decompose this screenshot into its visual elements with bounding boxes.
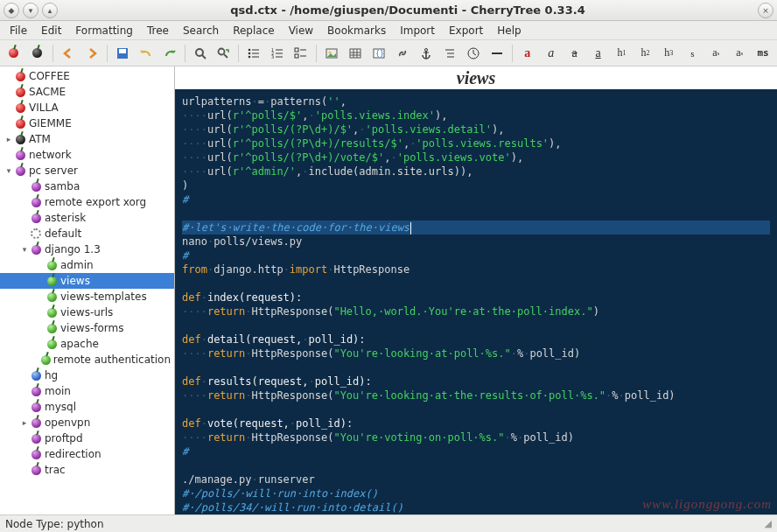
font-color-icon[interactable]: a bbox=[517, 43, 538, 64]
tree-item-remote-authentication[interactable]: remote authentication bbox=[0, 352, 174, 368]
monospace-icon[interactable]: ms bbox=[752, 43, 774, 64]
superscript-icon[interactable]: as bbox=[705, 43, 726, 64]
menu-view[interactable]: View bbox=[283, 23, 319, 38]
tree-label: remote authentication bbox=[53, 354, 171, 366]
search-icon[interactable] bbox=[190, 43, 211, 64]
h2-icon[interactable]: h2 bbox=[634, 43, 655, 64]
undo-icon[interactable] bbox=[136, 43, 157, 64]
tree-item-giemme[interactable]: GIEMME bbox=[0, 116, 174, 131]
tree-label: default bbox=[45, 228, 81, 240]
insert-table-icon[interactable] bbox=[345, 43, 366, 64]
svg-point-2 bbox=[196, 49, 203, 56]
tree-item-views-urls[interactable]: views-urls bbox=[0, 304, 174, 320]
code-editor[interactable]: urlpatterns·=·patterns('', ····url(r'^po… bbox=[175, 89, 777, 514]
maximize-button[interactable]: ▴ bbox=[42, 3, 58, 18]
anchor-icon[interactable] bbox=[416, 43, 437, 64]
tree-item-villa[interactable]: VILLA bbox=[0, 100, 174, 116]
underline-icon[interactable]: a bbox=[588, 43, 609, 64]
tree-label: views bbox=[60, 275, 90, 287]
tree-item-django-1.3[interactable]: ▾django 1.3 bbox=[0, 242, 174, 257]
cherry-purple-icon bbox=[30, 464, 42, 476]
tree-panel[interactable]: COFFEESACMEVILLAGIEMME▸ATMnetwork▾pc ser… bbox=[0, 66, 175, 514]
tree-item-moin[interactable]: moin bbox=[0, 383, 174, 399]
redo-icon[interactable] bbox=[159, 43, 180, 64]
toc-icon[interactable] bbox=[439, 43, 460, 64]
menu-formatting[interactable]: Formatting bbox=[69, 23, 139, 38]
tree-item-redirection[interactable]: redirection bbox=[0, 446, 174, 462]
replace-icon[interactable] bbox=[214, 43, 234, 64]
expander-icon[interactable]: ▸ bbox=[4, 135, 14, 144]
expander-icon[interactable]: ▸ bbox=[19, 418, 30, 427]
tree-item-network[interactable]: network bbox=[0, 147, 174, 163]
window-menu-icon[interactable]: ◆ bbox=[4, 3, 19, 18]
menu-bookmarks[interactable]: Bookmarks bbox=[321, 23, 392, 38]
menu-import[interactable]: Import bbox=[394, 23, 441, 38]
strikethrough-icon[interactable]: a bbox=[564, 43, 585, 64]
h1-icon[interactable]: h1 bbox=[612, 43, 633, 64]
tree-item-apache[interactable]: apache bbox=[0, 336, 174, 352]
tree-item-views-templates[interactable]: views-templates bbox=[0, 289, 174, 304]
timestamp-icon[interactable] bbox=[463, 43, 484, 64]
tree-item-default[interactable]: default bbox=[0, 226, 174, 242]
save-icon[interactable] bbox=[112, 43, 133, 64]
menu-search[interactable]: Search bbox=[177, 23, 225, 38]
list-numbered-icon[interactable]: 123 bbox=[267, 43, 288, 64]
link-icon[interactable] bbox=[392, 43, 413, 64]
tree-label: hg bbox=[45, 369, 58, 382]
cherry-purple-icon bbox=[30, 180, 42, 192]
expander-icon[interactable]: ▾ bbox=[4, 166, 14, 175]
tree-item-views-forms[interactable]: views-forms bbox=[0, 320, 174, 336]
tree-item-pc-server[interactable]: ▾pc server bbox=[0, 163, 174, 178]
menu-replace[interactable]: Replace bbox=[227, 23, 280, 38]
tree-item-mysql[interactable]: mysql bbox=[0, 399, 174, 415]
minimize-button[interactable]: ▾ bbox=[23, 3, 38, 18]
menubar: FileEditFormattingTreeSearchReplaceViewB… bbox=[0, 21, 777, 40]
tree-item-admin[interactable]: admin bbox=[0, 257, 174, 273]
tree-item-asterisk[interactable]: asterisk bbox=[0, 210, 174, 226]
menu-export[interactable]: Export bbox=[443, 23, 489, 38]
menu-tree[interactable]: Tree bbox=[141, 23, 175, 38]
italic-icon[interactable]: a bbox=[541, 43, 562, 64]
insert-codebox-icon[interactable]: {} bbox=[368, 43, 389, 64]
tree-item-atm[interactable]: ▸ATM bbox=[0, 131, 174, 147]
tree-label: ATM bbox=[29, 133, 51, 145]
tree-item-views[interactable]: views bbox=[0, 273, 174, 289]
tree-item-samba[interactable]: samba bbox=[0, 178, 174, 194]
cherry-purple-icon bbox=[30, 432, 42, 444]
svg-rect-23 bbox=[350, 49, 360, 58]
tree-label: COFFEE bbox=[29, 70, 70, 82]
tree-item-trac[interactable]: trac bbox=[0, 462, 174, 478]
insert-image-icon[interactable] bbox=[321, 43, 342, 64]
nav-forward-icon[interactable] bbox=[81, 43, 102, 64]
menu-help[interactable]: Help bbox=[491, 23, 527, 38]
tree-item-hg[interactable]: hg bbox=[0, 368, 174, 383]
menu-file[interactable]: File bbox=[4, 23, 33, 38]
list-todo-icon[interactable] bbox=[290, 43, 312, 64]
tree-item-coffee[interactable]: COFFEE bbox=[0, 68, 174, 84]
expander-icon[interactable]: ▾ bbox=[19, 245, 30, 254]
tree-item-sacme[interactable]: SACME bbox=[0, 84, 174, 100]
cherry-green-icon bbox=[41, 354, 51, 366]
list-bullet-icon[interactable] bbox=[243, 43, 264, 64]
cherry-black-icon[interactable] bbox=[27, 43, 48, 64]
cherry-purple-icon bbox=[30, 196, 42, 208]
tree-item-proftpd[interactable]: proftpd bbox=[0, 430, 174, 446]
tree-item-remote-export-xorg[interactable]: remote export xorg bbox=[0, 194, 174, 210]
nav-back-icon[interactable] bbox=[58, 43, 79, 64]
tree-item-openvpn[interactable]: ▸openvpn bbox=[0, 415, 174, 430]
statusbar: Node Type: python ◢ bbox=[0, 514, 777, 532]
toolbar-sep bbox=[107, 45, 108, 62]
small-icon[interactable]: s bbox=[682, 43, 703, 64]
menu-edit[interactable]: Edit bbox=[35, 23, 67, 38]
cherry-red-icon bbox=[14, 86, 26, 98]
svg-line-38 bbox=[473, 53, 476, 55]
subscript-icon[interactable]: as bbox=[729, 43, 750, 64]
resize-grip-icon[interactable]: ◢ bbox=[765, 518, 772, 529]
hr-icon[interactable] bbox=[486, 43, 508, 64]
gear-icon bbox=[30, 228, 42, 240]
cherry-red-icon[interactable] bbox=[4, 43, 24, 64]
tree-label: views-urls bbox=[60, 306, 113, 318]
close-button[interactable]: × bbox=[758, 3, 774, 18]
h3-icon[interactable]: h3 bbox=[658, 43, 679, 64]
cherry-blue-icon bbox=[30, 369, 42, 382]
